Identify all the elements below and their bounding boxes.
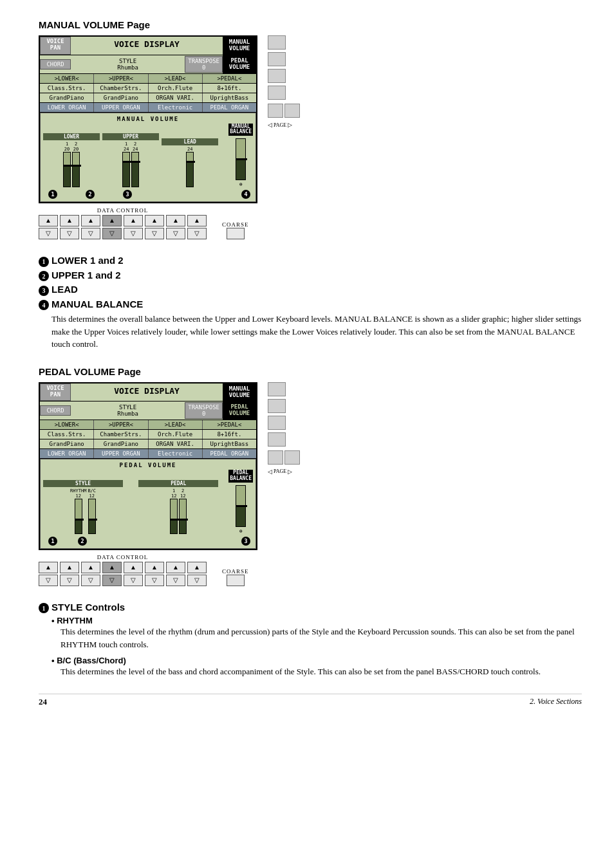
coarse-btn-1[interactable]: [227, 228, 245, 239]
up-btn-3[interactable]: ▲: [81, 215, 100, 226]
bc-bar[interactable]: [88, 499, 96, 534]
pedal-1-handle[interactable]: [170, 519, 179, 521]
manual-balance-bar[interactable]: [236, 138, 246, 180]
page-right-icon[interactable]: ▷: [288, 122, 292, 128]
up-btn-8[interactable]: ▲: [187, 215, 207, 226]
pedal-up-btn-8[interactable]: ▲: [187, 562, 207, 573]
lead-selector[interactable]: >LEAD<: [149, 74, 203, 83]
down-btn-1[interactable]: ▽: [39, 228, 58, 239]
up-btn-4[interactable]: ▲: [102, 215, 122, 226]
pedal-up-btn-6[interactable]: ▲: [145, 562, 164, 573]
pedal-selector[interactable]: >PEDAL<: [203, 74, 256, 83]
upper-slider-1: 124: [122, 142, 130, 187]
right-btn-1[interactable]: [268, 35, 286, 50]
upper-voice2-name: GrandPiano: [94, 93, 148, 102]
pedal-1-fill: [171, 520, 177, 533]
data-ctrl-group-2: DATA CONTROL ▲ ▲ ▲ ▲ ▲ ▲ ▲ ▲ ▽: [39, 554, 207, 586]
manual-volume-display-area: VOICEPAN VOICE DISPLAY MANUALVOLUME CHOR…: [39, 35, 582, 250]
pedal-up-btn-4[interactable]: ▲: [102, 562, 122, 573]
pedal-upper-selector[interactable]: >UPPER<: [94, 420, 148, 429]
pedal-up-btn-5[interactable]: ▲: [124, 562, 143, 573]
pedal-volume-button[interactable]: PEDALVOLUME: [223, 55, 256, 73]
bc-slider: B/C12: [88, 488, 96, 534]
bc-handle[interactable]: [88, 519, 97, 521]
rhythm-handle[interactable]: [75, 519, 84, 521]
lower-2-handle[interactable]: [72, 165, 81, 167]
pedal-balance-bar[interactable]: [236, 485, 246, 527]
pedal-up-btn-2[interactable]: ▲: [60, 562, 79, 573]
right-btn-p3[interactable]: [268, 416, 286, 430]
pedal-up-btn-7[interactable]: ▲: [166, 562, 185, 573]
pedal-volume-lcd: VOICEPAN VOICE DISPLAY MANUALVOLUME CHOR…: [39, 382, 257, 550]
pedal-2-bar[interactable]: [179, 499, 187, 534]
down-btn-7[interactable]: ▽: [166, 228, 185, 239]
pedal-down-btn-5[interactable]: ▽: [124, 575, 143, 586]
pedal-down-btn-3[interactable]: ▽: [81, 575, 100, 586]
coarse-btn-2[interactable]: [227, 575, 245, 586]
lower-2-bar[interactable]: [72, 152, 80, 187]
lower-vol-group: LOWER 120 220: [43, 133, 100, 187]
right-btn-p4[interactable]: [268, 432, 286, 447]
pedal-up-btn-1[interactable]: ▲: [39, 562, 58, 573]
pedal-page-right-icon[interactable]: ▷: [288, 468, 292, 475]
upper-1-bar[interactable]: [122, 152, 130, 187]
pedal-1-bar[interactable]: [170, 499, 178, 534]
lead-1-handle[interactable]: [186, 161, 195, 163]
lower-1-bar[interactable]: [63, 152, 71, 187]
pedal-down-btn-7[interactable]: ▽: [166, 575, 185, 586]
up-btn-5[interactable]: ▲: [124, 215, 143, 226]
upper-1-handle[interactable]: [122, 161, 131, 163]
upper-selector[interactable]: >UPPER<: [94, 74, 148, 83]
pedal-up-btn-3[interactable]: ▲: [81, 562, 100, 573]
right-btn-5[interactable]: [268, 104, 283, 118]
circle-lead: 3: [39, 286, 49, 296]
up-btn-1[interactable]: ▲: [39, 215, 58, 226]
pedal-pedal-selector[interactable]: >PEDAL<: [203, 420, 256, 429]
pedal-lead-selector[interactable]: >LEAD<: [149, 420, 203, 429]
pedal-lower-selector[interactable]: >LOWER<: [40, 420, 94, 429]
down-btn-4[interactable]: ▽: [102, 228, 122, 239]
right-btn-2[interactable]: [268, 52, 286, 66]
upper-2-handle[interactable]: [131, 161, 140, 163]
pedal-voice-pan-label: VOICEPAN: [40, 383, 71, 402]
pedal-manual-volume-button[interactable]: MANUALVOLUME: [223, 383, 256, 402]
manual-volume-button[interactable]: MANUALVOLUME: [223, 37, 256, 55]
pedal-balance-handle[interactable]: [236, 505, 247, 507]
pedal-pedal-volume-button[interactable]: PEDALVOLUME: [223, 402, 256, 420]
lead-1-bar[interactable]: [186, 152, 194, 187]
right-btn-3[interactable]: [268, 69, 286, 83]
lower-1-handle[interactable]: [63, 165, 72, 167]
right-btn-4[interactable]: [268, 86, 286, 100]
down-btn-6[interactable]: ▽: [145, 228, 164, 239]
pedal-circle-2: 2: [78, 537, 87, 546]
down-btn-3[interactable]: ▽: [81, 228, 100, 239]
lcd-row2: CHORD STYLERhumba TRANSPOSE0 PEDALVOLUME: [40, 55, 256, 74]
down-btn-5[interactable]: ▽: [124, 228, 143, 239]
rhythm-bar[interactable]: [75, 499, 82, 534]
up-btn-2[interactable]: ▲: [60, 215, 79, 226]
up-btn-7[interactable]: ▲: [166, 215, 185, 226]
pedal-upper-voice: ChamberStrs.: [94, 430, 148, 439]
lower-selector[interactable]: >LOWER<: [40, 74, 94, 83]
upper-2-bar[interactable]: [131, 152, 139, 187]
balance-handle[interactable]: [236, 158, 247, 160]
pedal-down-btn-4[interactable]: ▽: [102, 575, 122, 586]
pedal-lcd-row3: >LOWER< >UPPER< >LEAD< >PEDAL<: [40, 420, 256, 430]
right-btn-p1[interactable]: [268, 382, 286, 396]
pedal-organ-vari: ORGAN VARI.: [149, 439, 203, 448]
pedal-down-btn-2[interactable]: ▽: [60, 575, 79, 586]
pedal-down-btn-1[interactable]: ▽: [39, 575, 58, 586]
down-btn-8[interactable]: ▽: [187, 228, 207, 239]
right-btn-p5[interactable]: [268, 450, 283, 465]
page-left-icon[interactable]: ◁: [268, 122, 272, 128]
pedal-down-btn-8[interactable]: ▽: [187, 575, 207, 586]
pedal-page-left-icon[interactable]: ◁: [268, 468, 272, 475]
pedal-balance-fill: [236, 506, 245, 526]
up-btn-6[interactable]: ▲: [145, 215, 164, 226]
pedal-down-btn-6[interactable]: ▽: [145, 575, 164, 586]
pedal-2-handle[interactable]: [179, 519, 188, 521]
right-btn-p2[interactable]: [268, 399, 286, 413]
right-btn-p6[interactable]: [284, 450, 300, 465]
down-btn-2[interactable]: ▽: [60, 228, 79, 239]
right-btn-6[interactable]: [284, 104, 300, 118]
